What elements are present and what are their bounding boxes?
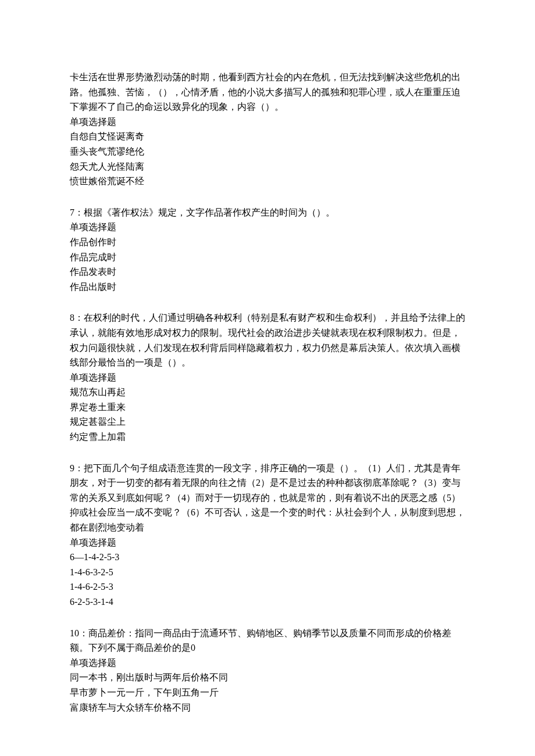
option-b: 界定卷土重来 bbox=[70, 400, 465, 415]
question-type-label: 单项选择题 bbox=[70, 655, 465, 671]
question-stem: 9：把下面几个句子组成语意连贯的一段文字，排序正确的一项是（）。（1）人们，尤其… bbox=[70, 461, 465, 535]
question-stem: 8：在权利的时代，人们通过明确各种权利（特别是私有财产权和生命权利），并且给予法… bbox=[70, 310, 465, 370]
option-b: 1-4-6-3-2-5 bbox=[70, 565, 465, 580]
option-c: 怨天尤人光怪陆离 bbox=[70, 159, 465, 174]
option-a: 6—1-4-2-5-3 bbox=[70, 550, 465, 565]
question-9: 9：把下面几个句子组成语意连贯的一段文字，排序正确的一项是（）。（1）人们，尤其… bbox=[70, 461, 465, 610]
question-stem: 7：根据《著作权法》规定，文字作品著作权产生的时间为（）。 bbox=[70, 205, 465, 220]
option-c: 规定甚嚣尘上 bbox=[70, 414, 465, 429]
option-d: 约定雪上加霜 bbox=[70, 429, 465, 445]
question-stem: 10：商品差价：指同一商品由于流通环节、购销地区、购销季节以及质量不同而形成的价… bbox=[70, 626, 465, 655]
question-10: 10：商品差价：指同一商品由于流通环节、购销地区、购销季节以及质量不同而形成的价… bbox=[70, 626, 465, 715]
question-7: 7：根据《著作权法》规定，文字作品著作权产生的时间为（）。 单项选择题 作品创作… bbox=[70, 205, 465, 295]
question-type-label: 单项选择题 bbox=[70, 370, 465, 385]
option-a: 规范东山再起 bbox=[70, 385, 465, 400]
option-d: 愤世嫉俗荒诞不经 bbox=[70, 174, 465, 189]
question-6: 卡生活在世界形势激烈动荡的时期，他看到西方社会的内在危机，但无法找到解决这些危机… bbox=[70, 70, 465, 189]
option-b: 早市萝卜一元一斤，下午则五角一斤 bbox=[70, 685, 465, 700]
option-d: 6-2-5-3-1-4 bbox=[70, 594, 465, 610]
question-type-label: 单项选择题 bbox=[70, 535, 465, 550]
question-type-label: 单项选择题 bbox=[70, 220, 465, 235]
option-c: 富康轿车与大众轿车价格不同 bbox=[70, 700, 465, 715]
option-d: 作品出版时 bbox=[70, 280, 465, 295]
option-b: 作品完成时 bbox=[70, 250, 465, 265]
question-type-label: 单项选择题 bbox=[70, 114, 465, 130]
option-a: 作品创作时 bbox=[70, 235, 465, 250]
option-a: 自怨自艾怪诞离奇 bbox=[70, 129, 465, 144]
option-c: 1-4-6-2-5-3 bbox=[70, 579, 465, 594]
question-8: 8：在权利的时代，人们通过明确各种权利（特别是私有财产权和生命权利），并且给予法… bbox=[70, 310, 465, 444]
option-b: 垂头丧气荒谬绝伦 bbox=[70, 144, 465, 159]
option-a: 同一本书，刚出版时与两年后价格不同 bbox=[70, 670, 465, 685]
option-c: 作品发表时 bbox=[70, 264, 465, 280]
question-stem: 卡生活在世界形势激烈动荡的时期，他看到西方社会的内在危机，但无法找到解决这些危机… bbox=[70, 70, 465, 114]
